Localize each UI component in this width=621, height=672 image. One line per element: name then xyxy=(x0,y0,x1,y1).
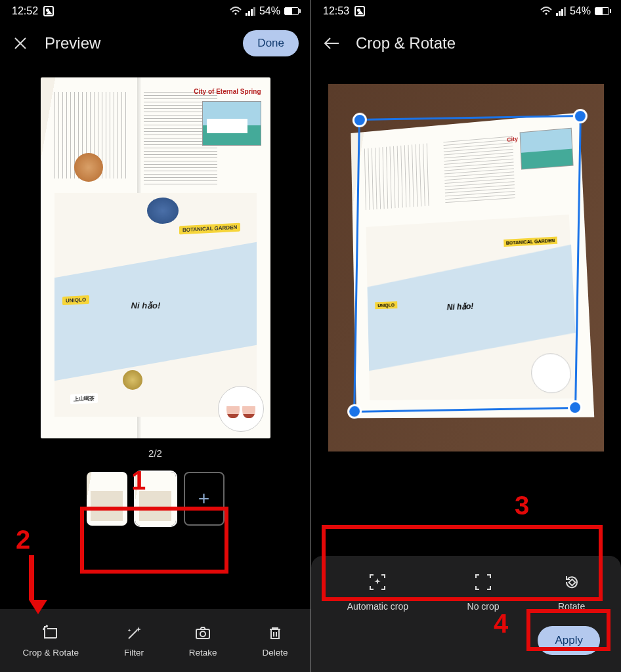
wifi-icon xyxy=(230,7,242,16)
thumbnail-1[interactable] xyxy=(87,472,127,526)
svg-rect-4 xyxy=(568,579,575,586)
battery-percent: 54% xyxy=(570,5,591,17)
crop-actions-panel: Automatic crop No crop Rotate Apply xyxy=(311,556,621,672)
action-label: Rotate xyxy=(558,601,585,612)
bottom-actions: Crop & Rotate Filter Retake Delete xyxy=(0,609,310,672)
svg-point-3 xyxy=(546,13,547,15)
crop-rotate-icon xyxy=(41,624,60,642)
rotate-button[interactable]: Rotate xyxy=(558,573,585,612)
status-bar: 12:53 54% xyxy=(311,0,621,22)
status-time: 12:53 xyxy=(323,5,349,17)
camera-icon xyxy=(194,624,212,642)
image-icon xyxy=(43,6,54,16)
frame-icon xyxy=(474,573,492,593)
filter-button[interactable]: Filter xyxy=(124,624,144,658)
action-label: Crop & Rotate xyxy=(22,648,79,658)
action-label: Retake xyxy=(189,648,217,658)
right-screen: 12:53 54% Crop & Rotate City of Eternal … xyxy=(310,0,621,672)
thumbnail-2[interactable] xyxy=(135,472,176,526)
action-label: No crop xyxy=(467,601,500,612)
magic-wand-icon xyxy=(125,624,143,642)
signal-icon xyxy=(246,7,255,16)
status-time: 12:52 xyxy=(12,5,38,17)
crop-handle-tl[interactable] xyxy=(353,113,367,127)
back-icon[interactable] xyxy=(323,35,340,52)
book-city-header: City of Eternal Spring xyxy=(194,88,261,95)
page-counter: 2/2 xyxy=(148,448,162,459)
delete-button[interactable]: Delete xyxy=(263,624,288,658)
crop-handle-tr[interactable] xyxy=(573,109,588,123)
svg-point-0 xyxy=(235,13,237,15)
svg-point-2 xyxy=(200,631,205,637)
wifi-icon xyxy=(540,7,552,16)
apply-button[interactable]: Apply xyxy=(538,626,600,655)
action-label: Automatic crop xyxy=(347,601,408,612)
action-label: Delete xyxy=(263,648,288,658)
preview-content: City of Eternal Spring Ni hǎo! BOTANICAL… xyxy=(0,64,310,609)
no-crop-button[interactable]: No crop xyxy=(467,573,500,612)
page-title: Crop & Rotate xyxy=(356,34,456,52)
page-title: Preview xyxy=(45,34,100,52)
book-tag: 上山喝茶 xyxy=(70,392,98,404)
signal-icon xyxy=(556,7,566,16)
retake-button[interactable]: Retake xyxy=(189,624,217,658)
image-icon xyxy=(354,6,365,16)
scanned-page-image[interactable]: City of Eternal Spring Ni hǎo! BOTANICAL… xyxy=(41,77,270,438)
crop-image[interactable]: City of Eternal Spring Ni hǎo! BOTANICAL… xyxy=(328,84,604,452)
add-page-button[interactable]: + xyxy=(184,472,225,526)
trash-icon xyxy=(266,624,284,642)
crop-rotate-button[interactable]: Crop & Rotate xyxy=(22,624,79,658)
done-button[interactable]: Done xyxy=(243,30,299,56)
thumbnail-strip: + xyxy=(83,468,228,530)
crop-content: City of Eternal Spring Ni hǎo! BOTANICAL… xyxy=(311,64,621,556)
battery-icon xyxy=(595,7,609,15)
book-tag: BOTANICAL GARDEN xyxy=(179,222,240,234)
app-header: Crop & Rotate xyxy=(311,22,621,64)
app-header: Preview Done xyxy=(0,22,310,64)
sparkle-frame-icon xyxy=(368,573,387,593)
automatic-crop-button[interactable]: Automatic crop xyxy=(347,573,408,612)
crop-frame[interactable] xyxy=(353,115,582,413)
rotate-icon xyxy=(563,573,581,593)
battery-percent: 54% xyxy=(259,5,280,17)
battery-icon xyxy=(284,7,299,15)
action-label: Filter xyxy=(124,648,144,658)
close-icon[interactable] xyxy=(12,35,29,52)
status-bar: 12:52 54% xyxy=(0,0,310,22)
left-screen: 12:52 54% Preview Done City of Eternal S… xyxy=(0,0,310,672)
book-nihao: Ni hǎo! xyxy=(131,301,161,310)
book-tag: UNIQLO xyxy=(62,295,89,305)
